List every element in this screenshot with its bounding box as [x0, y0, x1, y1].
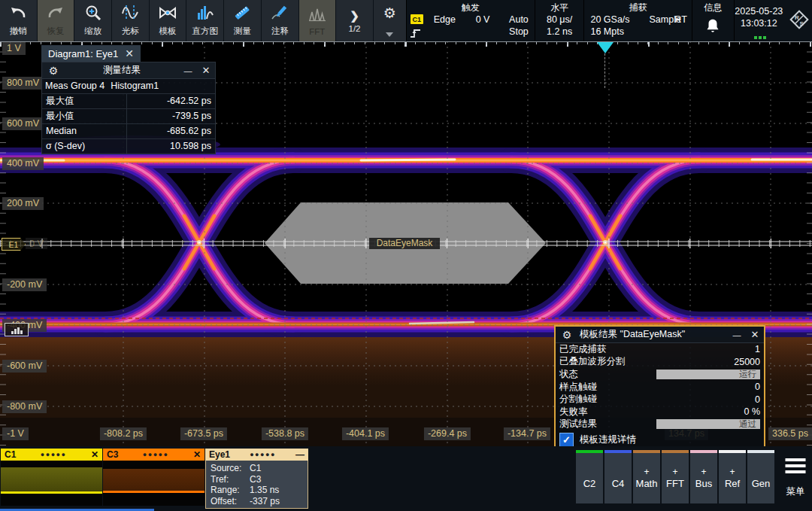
add-bus-button[interactable]: +Bus [690, 450, 717, 503]
mask-result-value: 1 [755, 344, 760, 354]
mask-violation-checkbox[interactable] [559, 433, 574, 447]
trigger-section-title: 触发 [407, 2, 535, 14]
add-ref-button[interactable]: +Ref [719, 450, 746, 503]
minimize-icon[interactable]: — [295, 449, 308, 460]
close-icon[interactable]: ✕ [125, 47, 134, 59]
measure-button[interactable]: 测量 [224, 0, 261, 41]
drag-handle-icon[interactable]: ●●●●● [16, 451, 91, 458]
table-row: 最大值 -642.52 ps [42, 93, 215, 108]
date-display: 2025-05-23 [735, 6, 784, 17]
close-icon[interactable]: ✕ [193, 449, 205, 460]
next-page-button[interactable]: ❯ 1/2 [336, 0, 373, 41]
mask-icon [159, 5, 177, 24]
mask-window-header[interactable]: ⚙ 模板结果 "DataEyeMask" [556, 327, 764, 343]
info-section[interactable]: 信息 [692, 0, 734, 41]
channel-c3-header[interactable]: C3 ●●●●● ✕ [103, 449, 205, 461]
trigger-source-badge: C1 [411, 14, 423, 24]
meas-label: σ (S-dev) [42, 139, 126, 154]
time-display: 13:03:12 [735, 18, 784, 29]
fft-button[interactable]: FFT [299, 0, 336, 41]
channel-c2-button[interactable]: C2 [576, 450, 603, 503]
gear-icon[interactable]: ⚙ [42, 65, 65, 77]
trigger-type: Edge [434, 14, 456, 25]
channel-c3-panel[interactable]: C3 ●●●●● ✕ [103, 449, 205, 506]
undo-label: 撤销 [10, 26, 27, 37]
close-icon[interactable]: ✕ [91, 449, 102, 460]
zoom-button[interactable]: 缩放 [74, 0, 111, 41]
table-row: 已完成捕获 1 [556, 343, 764, 356]
trigger-section[interactable]: 触发 C1 Edge 0 V Auto Stop [406, 0, 535, 41]
mask-results-window[interactable]: ⚙ 模板结果 "DataEyeMask" 已完成捕获 1 已叠加波形分割 250… [554, 325, 765, 451]
add-fft-button[interactable]: +FFT [662, 450, 689, 503]
eye1-prop: Tref:C3 [211, 474, 308, 485]
gear-icon: ⚙ [383, 5, 396, 22]
channel-c1-panel[interactable]: C1 ●●●●● ✕ [1, 449, 102, 506]
undo-button[interactable]: 撤销 [0, 0, 37, 41]
eye1-panel[interactable]: Eye1 ●●●●● — Source:C1 Tref:C3 Range:1.3… [205, 449, 308, 509]
hamburger-icon [786, 458, 806, 473]
record-length: 16 Mpts [590, 26, 623, 37]
redo-icon [47, 5, 65, 24]
horizontal-section[interactable]: 水平 80 μs/ 1.2 ns [535, 0, 584, 41]
mask-result-label: 测试结果 [559, 418, 597, 430]
gear-icon[interactable]: ⚙ [556, 329, 578, 341]
acquisition-section[interactable]: 捕获 20 GSa/s Sample RT 16 Mpts [583, 0, 691, 41]
next-page-icon: ❯ [350, 9, 359, 23]
eye1-prop: Source:C1 [211, 463, 308, 474]
table-row: 分割触碰 0 [556, 393, 764, 406]
histogram-button[interactable]: 直方图 [186, 0, 223, 41]
info-section-title: 信息 [692, 2, 734, 14]
clock-section[interactable]: 2025-05-23 13:03:12 [734, 0, 787, 41]
c3-waveform-band [103, 469, 205, 491]
minimize-icon[interactable] [179, 65, 197, 76]
zero-volt-label: 0 V [26, 238, 47, 249]
measurement-group: Meas Group 4 [45, 79, 105, 93]
x-axis-label: 336.5 ps [768, 427, 812, 440]
meas-value: -642.52 ps [126, 94, 215, 108]
mask-result-value: 0 [755, 382, 760, 392]
ref-color-stripe [719, 450, 746, 453]
annotate-button[interactable]: 注释 [262, 0, 298, 41]
acquisition-section-title: 捕获 [584, 2, 691, 14]
gen-button[interactable]: Gen [747, 450, 774, 503]
toolbar-settings-button[interactable]: ⚙ [374, 0, 406, 41]
add-math-button[interactable]: +Math [633, 450, 660, 503]
top-toolbar: 撤销 恢复 缩放 光标 模板 直方图 [0, 0, 812, 41]
mask-result-label: 失败率 [559, 406, 588, 418]
histogram-region-badge[interactable] [5, 323, 29, 336]
bus-color-stripe [690, 450, 717, 453]
drag-handle-icon[interactable]: ●●●●● [230, 451, 295, 458]
eye1-header[interactable]: Eye1 ●●●●● — [205, 449, 308, 461]
close-icon[interactable] [746, 329, 764, 340]
trigger-mode: Auto [509, 14, 529, 25]
annotate-label: 注释 [271, 26, 289, 37]
table-row: 测试结果 通过 [556, 418, 764, 431]
minimize-icon[interactable] [728, 329, 746, 340]
measurement-results-window[interactable]: ⚙ 测量结果 Meas Group 4 Histogram1 最大值 -642.… [41, 62, 216, 154]
oscilloscope-screen: 撤销 恢复 缩放 光标 模板 直方图 [0, 0, 812, 511]
waveform-diagram-area[interactable]: 1 V 800 mV 600 mV 400 mV 200 mV -200 mV … [0, 41, 812, 446]
drag-handle-icon[interactable]: ●●●●● [118, 451, 193, 458]
channel-c3-thumbnail[interactable] [103, 461, 205, 506]
channel-c4-button[interactable]: C4 [604, 450, 632, 503]
y-axis-label: 800 mV [2, 77, 44, 90]
mask-result-label: 已叠加波形分割 [559, 355, 626, 368]
c1-waveform-band [1, 467, 102, 492]
channel-c1-header[interactable]: C1 ●●●●● ✕ [1, 449, 102, 461]
measurement-window-header[interactable]: ⚙ 测量结果 [42, 62, 215, 79]
trigger-position-marker[interactable] [597, 42, 614, 53]
mask-result-value: 25000 [734, 357, 760, 367]
close-icon[interactable] [197, 65, 215, 76]
cursor-button[interactable]: 光标 [112, 0, 149, 41]
channel-c1-thumbnail[interactable] [1, 461, 102, 506]
status-badge: 运行 [656, 370, 760, 379]
y-axis-label: -600 mV [2, 360, 47, 373]
eye1-prop: Offset:-337 ps [211, 496, 308, 507]
diagram-tab[interactable]: Diagram1: Eye1 ✕ [41, 45, 141, 62]
mask-button[interactable]: 模板 [150, 0, 186, 41]
signal-bar: C1 ●●●●● ✕ C3 ●●●●● ✕ Eye1 [0, 446, 812, 511]
cursor-icon [121, 5, 139, 24]
redo-button[interactable]: 恢复 [38, 0, 74, 41]
mask-result-label: 样点触碰 [559, 381, 597, 394]
menu-button[interactable]: 菜单 [779, 446, 812, 511]
